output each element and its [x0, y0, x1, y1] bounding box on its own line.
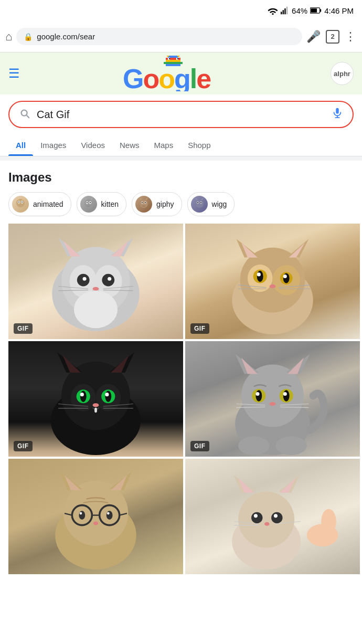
- svg-point-117: [238, 436, 269, 455]
- search-input[interactable]: Cat Gif: [37, 109, 325, 121]
- search-tabs: All Images Videos News Maps Shopp: [0, 134, 362, 156]
- svg-point-96: [80, 393, 84, 396]
- cat-image-1: [8, 224, 183, 339]
- filter-chip-kitten[interactable]: kitten: [77, 192, 126, 216]
- svg-point-109: [241, 365, 304, 427]
- tab-news[interactable]: News: [112, 134, 147, 156]
- search-bar-container: Cat Gif: [0, 94, 362, 134]
- image-cell-3[interactable]: GIF: [8, 341, 183, 457]
- svg-point-75: [257, 271, 263, 282]
- svg-point-77: [257, 272, 261, 276]
- svg-point-147: [254, 514, 258, 518]
- svg-point-114: [255, 392, 259, 396]
- filter-chip-giphy[interactable]: giphy: [132, 192, 182, 216]
- svg-rect-6: [311, 8, 317, 13]
- google-logo-svg: Google: [123, 56, 228, 91]
- wifi-icon: [268, 6, 278, 15]
- svg-rect-18: [177, 56, 179, 57]
- time-text: 4:46 PM: [324, 6, 354, 15]
- voice-search-icon[interactable]: [332, 107, 343, 122]
- image-cell-4[interactable]: GIF: [185, 341, 360, 457]
- svg-point-58: [108, 277, 111, 281]
- image-grid: GIF: [0, 224, 362, 574]
- svg-point-98: [93, 403, 99, 407]
- svg-point-137: [107, 512, 110, 515]
- cat-image-5: [8, 459, 183, 574]
- chip-avatar-wiggle: [191, 196, 208, 213]
- svg-rect-17: [167, 56, 169, 57]
- battery-icon: [310, 7, 322, 14]
- chip-avatar-kitten: [80, 196, 97, 213]
- svg-point-113: [283, 390, 290, 401]
- svg-rect-10: [166, 60, 180, 62]
- svg-point-78: [283, 275, 287, 278]
- status-icons: 64% 4:46 PM: [268, 6, 354, 15]
- lock-icon: 🔒: [24, 33, 33, 41]
- svg-point-145: [251, 512, 262, 523]
- svg-rect-20: [336, 108, 339, 114]
- chip-avatar-giphy: [135, 196, 152, 213]
- cat-image-3: [8, 341, 183, 457]
- user-avatar[interactable]: alphr: [331, 62, 354, 85]
- svg-point-44: [195, 199, 204, 208]
- image-cell-5[interactable]: [8, 459, 183, 574]
- signal-icon: [281, 6, 289, 15]
- more-options-icon[interactable]: ⋮: [345, 30, 357, 44]
- chip-label-animated: animated: [33, 200, 63, 208]
- chip-label-giphy: giphy: [156, 200, 174, 208]
- tab-images[interactable]: Images: [33, 134, 73, 156]
- cat-image-2: [185, 224, 360, 339]
- svg-rect-2: [283, 10, 284, 14]
- image-cell-2[interactable]: GIF: [185, 224, 360, 339]
- tab-videos[interactable]: Videos: [73, 134, 112, 156]
- svg-point-34: [90, 202, 91, 203]
- svg-point-59: [93, 287, 99, 291]
- tab-shopping[interactable]: Shopp: [180, 134, 218, 156]
- gif-badge-4: GIF: [190, 441, 209, 451]
- svg-rect-4: [286, 7, 288, 14]
- gif-badge-2: GIF: [190, 323, 209, 334]
- svg-marker-50: [201, 197, 204, 200]
- hamburger-menu-icon[interactable]: ☰: [8, 66, 20, 81]
- chip-label-kitten: kitten: [101, 200, 119, 208]
- svg-text:Google: Google: [123, 64, 211, 91]
- svg-point-48: [200, 202, 201, 203]
- google-logo: Google: [123, 56, 228, 91]
- browser-actions: 🎤 2 ⋮: [306, 30, 357, 44]
- search-bar[interactable]: Cat Gif: [8, 101, 354, 128]
- filter-chip-animated[interactable]: animated: [8, 192, 71, 216]
- filter-chip-wiggle[interactable]: wigg: [187, 192, 235, 216]
- svg-point-30: [84, 199, 93, 208]
- section-title: Images: [8, 161, 354, 192]
- svg-point-95: [105, 391, 111, 402]
- svg-rect-7: [320, 9, 321, 12]
- image-cell-1[interactable]: GIF: [8, 224, 183, 339]
- svg-point-138: [93, 522, 99, 525]
- svg-point-115: [283, 392, 287, 396]
- home-icon[interactable]: ⌂: [5, 30, 12, 44]
- image-cell-6[interactable]: [185, 459, 360, 574]
- svg-point-135: [107, 511, 113, 520]
- svg-marker-42: [140, 197, 142, 200]
- svg-marker-49: [195, 197, 198, 200]
- svg-point-155: [321, 509, 336, 534]
- section-divider: [0, 156, 362, 161]
- address-text: google.com/sear: [37, 32, 295, 41]
- svg-point-76: [283, 273, 290, 283]
- cat-image-4: [185, 341, 360, 457]
- tab-all[interactable]: All: [8, 134, 33, 156]
- svg-marker-82: [288, 239, 308, 258]
- svg-marker-36: [90, 197, 93, 200]
- svg-point-112: [255, 390, 262, 401]
- tab-maps[interactable]: Maps: [146, 134, 180, 156]
- svg-rect-99: [94, 408, 97, 413]
- svg-point-33: [87, 202, 88, 203]
- svg-point-97: [105, 393, 109, 396]
- svg-point-146: [271, 512, 282, 523]
- tab-count-button[interactable]: 2: [326, 30, 339, 44]
- svg-point-37: [140, 199, 148, 208]
- microphone-icon[interactable]: 🎤: [306, 30, 321, 44]
- svg-marker-29: [22, 197, 25, 200]
- address-bar[interactable]: 🔒 google.com/sear: [16, 28, 302, 45]
- svg-point-0: [272, 13, 273, 15]
